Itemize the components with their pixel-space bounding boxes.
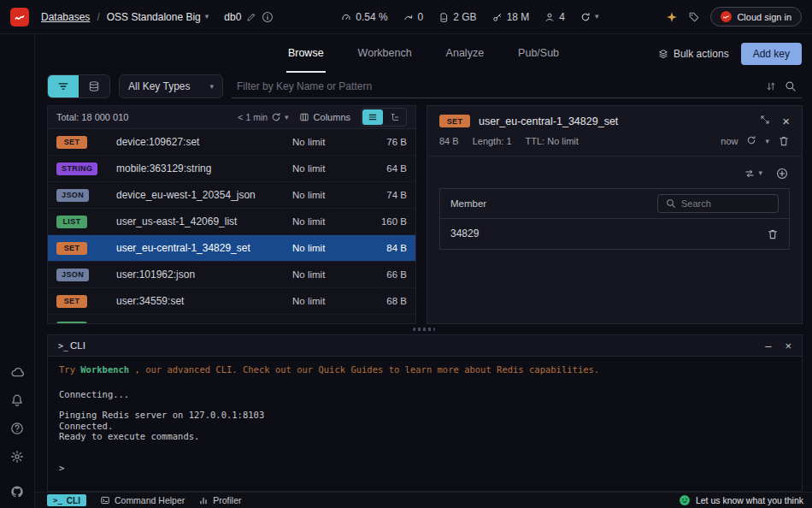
details-meta: 84 B Length: 1 TTL: No limit now ▾ — [439, 135, 790, 147]
statusbar-cli-button[interactable]: >_ CLI — [47, 494, 86, 506]
members-table-header: Member — [440, 189, 789, 219]
delete-member-button[interactable] — [767, 227, 779, 240]
add-member-button[interactable] — [776, 167, 788, 180]
feedback-button[interactable]: Let us know what you think — [679, 494, 803, 506]
key-list-header-actions: < 1 min ▾ Columns — [238, 108, 407, 127]
cloud-signin-button[interactable]: Cloud sign in — [710, 7, 802, 27]
tab-browse[interactable]: Browse — [286, 34, 326, 73]
details-key-name[interactable]: user_eu-central-1_34829_set — [479, 115, 618, 127]
add-key-button[interactable]: Add key — [741, 43, 802, 65]
panel-resize-area — [35, 324, 812, 334]
cli-line: Connecting... — [59, 389, 791, 400]
key-name: user:101962:json — [116, 269, 292, 281]
search-mode-group — [47, 74, 110, 98]
key-type-badge: SET — [56, 136, 87, 149]
fullscreen-icon[interactable] — [760, 115, 770, 127]
table-row[interactable]: JSON device_eu-west-1_20354_json No limi… — [48, 182, 415, 209]
commands-metric: 0 — [403, 11, 424, 23]
details-header: SET user_eu-central-1_34829_set × — [439, 115, 790, 127]
cli-title-label: CLI — [70, 340, 85, 351]
key-type-dropdown[interactable]: All Key Types ▾ — [119, 74, 223, 98]
tab-analyze[interactable]: Analyze — [444, 34, 485, 73]
total-keys-label: Total: 18 000 010 — [56, 112, 128, 122]
github-icon[interactable] — [10, 485, 24, 501]
info-icon[interactable] — [262, 11, 274, 23]
chevron-down-icon: ▾ — [205, 13, 209, 21]
command-helper-button[interactable]: Command Helper — [100, 495, 185, 505]
member-search-input[interactable] — [681, 198, 770, 209]
table-row[interactable]: SET device:109627:set No limit 76 B — [48, 129, 415, 156]
key-length-label: Length: 1 — [473, 136, 512, 146]
key-size: 84 B — [364, 243, 407, 253]
format-selector[interactable]: ▾ — [744, 168, 762, 179]
database-selector[interactable]: OSS Standalone Big ▾ — [107, 11, 209, 23]
cli-welcome-line: Try Workbench , our advanced CLI. Check … — [59, 364, 791, 375]
tag-icon[interactable] — [688, 11, 700, 23]
key-ttl: No limit — [292, 163, 364, 174]
key-type-badge: JSON — [56, 189, 89, 202]
db-alias-label: db0 — [224, 11, 241, 23]
bulk-actions-icon — [658, 49, 668, 59]
filter-mode-button[interactable] — [48, 75, 79, 97]
settings-icon[interactable] — [10, 450, 24, 466]
list-view-button[interactable] — [362, 109, 383, 125]
sort-icon[interactable] — [766, 81, 776, 92]
key-list-panel: Total: 18 000 010 < 1 min ▾ Columns — [47, 105, 416, 324]
table-row[interactable]: JSON user:101962:json No limit 66 B — [48, 262, 415, 288]
key-list-header: Total: 18 000 010 < 1 min ▾ Columns — [48, 106, 415, 129]
list-refresh-button[interactable]: < 1 min ▾ — [238, 112, 288, 122]
resize-handle[interactable] — [413, 328, 435, 331]
details-refresh-button[interactable] — [746, 135, 756, 147]
table-row[interactable]: SET user:34559:set No limit 68 B — [48, 288, 415, 315]
close-icon[interactable]: × — [785, 340, 791, 351]
notifications-icon[interactable] — [10, 393, 24, 410]
header-bar: Databases / OSS Standalone Big ▾ db0 0.5… — [0, 0, 812, 34]
close-details-icon[interactable]: × — [782, 115, 790, 127]
key-size: 152 B — [364, 322, 407, 323]
terminal-prompt-icon: >_ — [58, 341, 68, 351]
details-meta-actions: now ▾ — [721, 135, 790, 147]
table-row-selected[interactable]: SET user_eu-central-1_34829_set No limit… — [48, 235, 415, 262]
format-swap-icon — [744, 168, 755, 179]
key-size-label: 84 B — [439, 136, 459, 146]
cli-welcome-post: , our advanced CLI. Check out our Quick … — [129, 364, 599, 375]
search-icon[interactable] — [785, 80, 797, 92]
whats-new-icon[interactable] — [666, 11, 678, 23]
details-actions: ▾ — [439, 157, 790, 188]
header-right: Cloud sign in — [666, 7, 802, 27]
edit-alias-button[interactable] — [246, 12, 256, 22]
commands-value: 0 — [418, 11, 424, 23]
delete-key-button[interactable] — [778, 135, 790, 147]
key-ttl: No limit — [292, 296, 364, 306]
cloud-icon[interactable] — [10, 365, 24, 381]
tab-workbench[interactable]: Workbench — [356, 34, 414, 73]
key-type-badge: LIST — [56, 322, 87, 324]
minimize-icon[interactable]: – — [765, 340, 771, 351]
key-type-badge: STRING — [56, 162, 97, 175]
tab-pubsub[interactable]: Pub/Sub — [516, 34, 561, 73]
table-row[interactable]: LIST user_us-east-1_42069_list No limit … — [48, 209, 415, 235]
member-column-header: Member — [450, 198, 486, 209]
columns-toggle[interactable]: Columns — [299, 112, 350, 122]
member-row[interactable]: 34829 — [440, 219, 789, 249]
table-row[interactable]: STRING mobile:363129:string No limit 64 … — [48, 156, 415, 182]
cli-output[interactable]: Try Workbench , our advanced CLI. Check … — [48, 357, 802, 491]
redis-logo — [10, 8, 29, 27]
view-toggle — [361, 108, 407, 127]
key-name: mobile:363129:string — [116, 162, 292, 174]
metrics-refresh-button[interactable]: ▾ — [580, 12, 599, 22]
key-search-input[interactable] — [237, 80, 757, 92]
table-row[interactable]: LIST mobile:172997:list No limit 152 B — [48, 315, 415, 323]
tree-view-button[interactable] — [385, 109, 405, 125]
key-size: 68 B — [364, 296, 407, 306]
bulk-actions-button[interactable]: Bulk actions — [658, 48, 729, 60]
chevron-down-icon: ▾ — [758, 169, 762, 177]
profiler-button[interactable]: Profiler — [198, 495, 241, 505]
details-refreshed-label: now — [721, 136, 738, 146]
left-sidebar — [0, 34, 35, 508]
workbench-link[interactable]: Workbench — [80, 364, 129, 375]
breadcrumb[interactable]: Databases — [41, 11, 90, 23]
redisearch-mode-button[interactable] — [79, 75, 109, 97]
tabbar-actions: Bulk actions Add key — [658, 43, 802, 65]
help-icon[interactable] — [10, 422, 24, 438]
